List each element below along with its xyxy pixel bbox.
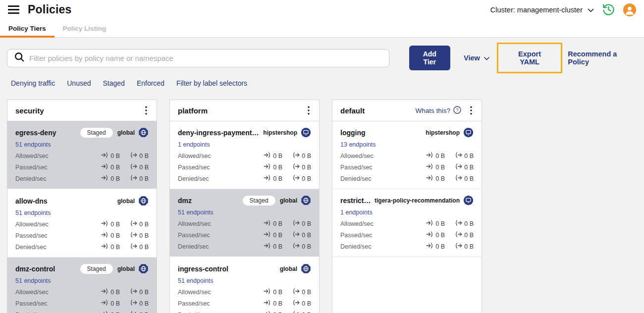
ingress-metric: 0 B	[98, 220, 120, 228]
ingress-metric: 0 B	[261, 300, 282, 307]
tier-column-security: securityegress-denyStagedglobal51 endpoi…	[7, 100, 157, 313]
tier-menu-kebab-icon[interactable]	[468, 105, 474, 116]
metric-row: Passed/sec0 B0 B	[15, 163, 149, 171]
tab-policy-listing[interactable]: Policy Listing	[54, 19, 115, 37]
view-dropdown[interactable]: View	[464, 54, 489, 62]
endpoints-link[interactable]: 1 endpoints	[340, 209, 373, 216]
egress-metric: 0 B	[127, 220, 149, 228]
egress-metric: 0 B	[289, 243, 311, 250]
ingress-metric: 0 B	[423, 220, 445, 227]
ingress-metric: 0 B	[98, 232, 120, 239]
filter-denying-traffic[interactable]: Denying traffic	[11, 79, 55, 87]
ingress-arrow-icon	[101, 175, 108, 182]
policy-name[interactable]: dmz	[178, 197, 240, 205]
add-tier-button[interactable]: Add Tier	[409, 46, 450, 70]
ingress-metric: 0 B	[98, 163, 120, 171]
filter-by-label-selectors[interactable]: Filter by label selectors	[176, 79, 247, 87]
endpoints-link[interactable]: 51 endpoints	[15, 209, 51, 216]
policy-name[interactable]: egress-deny	[15, 129, 77, 137]
endpoints-link[interactable]: 13 endpoints	[340, 141, 376, 148]
policy-card-top: restrictedtigera-policy-recommendation	[340, 195, 474, 206]
policy-name[interactable]: logging	[340, 129, 423, 137]
ingress-metric: 0 B	[423, 231, 445, 239]
ingress-arrow-icon	[101, 288, 108, 296]
ingress-metric: 0 B	[261, 163, 282, 171]
tier-column-platform: platformdeny-ingress-paymentservicehipst…	[169, 100, 320, 313]
egress-metric: 0 B	[289, 311, 311, 313]
egress-value: 0 B	[302, 312, 311, 313]
egress-value: 0 B	[139, 153, 149, 159]
ingress-value: 0 B	[273, 164, 282, 171]
ingress-value: 0 B	[110, 175, 120, 182]
user-avatar[interactable]	[623, 3, 636, 16]
filter-staged[interactable]: Staged	[103, 79, 125, 87]
metric-row: Allowed/sec0 B0 B	[178, 220, 311, 227]
whats-this-link[interactable]: Whats this??	[415, 106, 461, 115]
recommend-policy-button[interactable]: Recommend a Policy	[568, 50, 636, 66]
history-icon[interactable]	[602, 3, 615, 16]
filter-enforced[interactable]: Enforced	[137, 79, 164, 87]
ingress-arrow-icon	[426, 231, 433, 239]
ingress-metric: 0 B	[98, 288, 120, 296]
policy-name[interactable]: ingress-control	[178, 265, 277, 273]
ingress-arrow-icon	[264, 300, 271, 307]
tab-policy-tiers[interactable]: Policy Tiers	[0, 19, 54, 37]
policy-scope-label: global	[117, 129, 135, 136]
egress-metric: 0 B	[127, 232, 149, 239]
tier-menu-kebab-icon[interactable]	[143, 105, 149, 116]
metric-label: Allowed/sec	[15, 289, 98, 296]
endpoints-link[interactable]: 1 endpoints	[178, 141, 210, 148]
tier-title: platform	[178, 106, 306, 115]
ingress-arrow-icon	[426, 163, 433, 171]
cluster-selector[interactable]: Cluster: management-cluster	[490, 6, 594, 14]
egress-value: 0 B	[139, 244, 149, 251]
egress-metric: 0 B	[127, 243, 149, 251]
ingress-metric: 0 B	[423, 152, 445, 159]
endpoints-link[interactable]: 51 endpoints	[178, 209, 214, 216]
ingress-arrow-icon	[101, 311, 108, 313]
ingress-value: 0 B	[110, 312, 120, 313]
metric-label: Passed/sec	[178, 232, 261, 239]
egress-value: 0 B	[139, 164, 149, 171]
ingress-arrow-icon	[264, 163, 271, 171]
egress-metric: 0 B	[289, 288, 311, 296]
policy-search-input[interactable]	[29, 54, 383, 62]
ingress-value: 0 B	[273, 175, 282, 182]
egress-arrow-icon	[130, 175, 137, 182]
ingress-metric: 0 B	[423, 175, 445, 182]
metric-label: Denied/sec	[178, 243, 261, 250]
toolbar-actions: Add Tier View Export YAML Recommend a Po…	[409, 43, 636, 73]
egress-metric: 0 B	[452, 243, 474, 250]
egress-arrow-icon	[292, 220, 300, 227]
endpoints-link[interactable]: 51 endpoints	[15, 277, 51, 284]
metric-row: Passed/sec0 B0 B	[178, 231, 311, 239]
egress-arrow-icon	[455, 231, 462, 239]
policy-name[interactable]: restricted	[340, 197, 372, 205]
filter-unused[interactable]: Unused	[67, 79, 91, 87]
metric-label: Passed/sec	[178, 300, 261, 307]
metric-label: Allowed/sec	[340, 153, 423, 159]
staged-badge: Staged	[80, 128, 113, 138]
policy-name[interactable]: allow-dns	[15, 197, 114, 205]
ingress-value: 0 B	[110, 289, 120, 296]
tier-menu-kebab-icon[interactable]	[306, 105, 312, 116]
endpoints-link[interactable]: 51 endpoints	[178, 277, 214, 284]
hamburger-menu-icon[interactable]	[8, 5, 19, 14]
egress-arrow-icon	[455, 220, 462, 227]
ingress-metric: 0 B	[261, 311, 282, 313]
metric-label: Allowed/sec	[178, 153, 261, 159]
egress-value: 0 B	[464, 232, 474, 239]
tier-header: defaultWhats this??	[332, 100, 482, 121]
endpoints-link[interactable]: 51 endpoints	[15, 141, 51, 148]
egress-value: 0 B	[139, 289, 149, 296]
policy-card-top: deny-ingress-paymentservicehipstershop	[178, 127, 311, 138]
ingress-arrow-icon	[426, 175, 433, 182]
export-yaml-button[interactable]: Export YAML	[497, 43, 562, 73]
policy-scope-label: hipstershop	[426, 129, 460, 136]
policy-name[interactable]: deny-ingress-paymentservice	[178, 129, 260, 137]
ingress-arrow-icon	[264, 152, 271, 159]
policy-name[interactable]: dmz-control	[15, 265, 77, 273]
metric-label: Denied/sec	[340, 243, 423, 250]
egress-metric: 0 B	[289, 300, 311, 307]
ingress-arrow-icon	[426, 152, 433, 159]
